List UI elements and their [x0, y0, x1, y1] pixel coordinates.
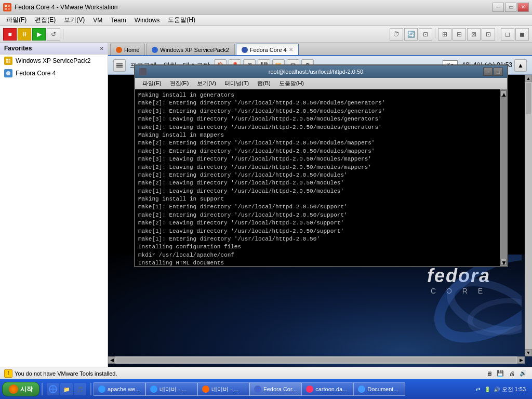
windows-taskbar: 시작 📁 🎵 apache we... 네이버 - ... 네이버 - ... … [0, 379, 532, 399]
vm-toolbar-programs[interactable] [113, 59, 126, 72]
svg-point-12 [426, 255, 522, 354]
toolbar-separator-1 [63, 29, 63, 39]
taskbar-task-fedora[interactable]: Fedora Cor... [249, 382, 301, 396]
tab-label-home: Home [124, 47, 139, 53]
tray-icon-sound[interactable]: 🔊 [493, 385, 501, 393]
terminal-output[interactable]: Making install in generatorsmake[2]: Ent… [135, 89, 500, 266]
favorites-title: Favorites [4, 45, 32, 52]
toolbar-btn-1[interactable]: ⏱ [390, 28, 403, 41]
terminal-menu-tab[interactable]: 탭(B) [253, 78, 275, 88]
status-tray-icon-1[interactable]: 🖥 [484, 369, 494, 378]
taskbar-task-naver2[interactable]: 네이버 - ... [197, 382, 249, 396]
task-label-naver2: 네이버 - ... [211, 385, 238, 393]
terminal-line: make[2]: Entering directory '/usr/local/… [138, 211, 497, 219]
terminal-scroll-down[interactable]: ▼ [500, 259, 507, 265]
status-tray-icon-4[interactable]: 🔊 [518, 369, 528, 378]
power-pause-button[interactable]: ⏸ [18, 28, 31, 41]
favorites-item-winxp[interactable]: Windows XP ServicePack2 [0, 55, 108, 67]
toolbar-btn-6[interactable]: ⊠ [467, 28, 481, 41]
quick-launch-media[interactable]: 🎵 [74, 383, 86, 395]
toolbar-btn-5[interactable]: ⊟ [453, 28, 466, 41]
tab-fedora[interactable]: Fedora Core 4 ✕ [236, 44, 299, 55]
vm-scroll-up[interactable]: ▲ [514, 59, 527, 72]
menu-windows[interactable]: Windows [130, 16, 164, 25]
toolbar-btn-9[interactable]: ◼ [515, 28, 529, 41]
terminal-maximize-button[interactable]: □ [494, 68, 503, 76]
favorites-close-button[interactable]: × [100, 45, 103, 51]
quick-launch-folder[interactable]: 📁 [60, 383, 73, 395]
fedora-swirl-decoration [418, 255, 522, 358]
vmware-status-bar: ! You do not have VMware Tools installed… [0, 367, 532, 379]
terminal-line: mkdir /usr/local/apache/conf [138, 251, 497, 259]
scroll-right-button[interactable]: ▶ [517, 356, 525, 364]
svg-rect-5 [9, 59, 11, 61]
terminal-minimize-button[interactable]: ─ [483, 68, 493, 76]
tab-icon-fedora [242, 47, 248, 53]
power-reset-button[interactable]: ↺ [47, 28, 60, 41]
tab-icon-winxp [152, 47, 158, 53]
terminal-menu-terminal[interactable]: 터미널(T) [220, 78, 253, 88]
task-icon-naver1 [150, 385, 157, 393]
toolbar-btn-8[interactable]: ◻ [501, 28, 514, 41]
restore-button[interactable]: ▭ [505, 3, 516, 12]
taskbar-task-naver1[interactable]: 네이버 - ... [145, 382, 197, 396]
vm-display-area[interactable]: 프로그램 위치 데스크탑 🏠 📍 🖥 💾 📂 ✉ ⚙ Ko 4월 4일 (수) … [108, 56, 532, 374]
menu-help[interactable]: 도움말(H) [164, 15, 200, 25]
horizontal-scrollbar[interactable]: ◀ ▶ [108, 356, 525, 364]
toolbar-separator-2 [435, 28, 435, 38]
terminal-menu-edit[interactable]: 편집(E) [166, 78, 193, 88]
favorites-item-fedora[interactable]: Fedora Core 4 [0, 67, 108, 79]
close-button[interactable]: ✕ [517, 3, 529, 12]
menu-team[interactable]: Team [107, 16, 130, 25]
toolbar-btn-7[interactable]: ⊡ [482, 28, 495, 41]
terminal-menu-file[interactable]: 파일(E) [138, 78, 166, 88]
terminal-line: make[1]: Leaving directory '/usr/local/h… [138, 188, 497, 195]
scroll-left-button[interactable]: ◀ [108, 356, 115, 364]
taskbar-task-document[interactable]: Document... [353, 382, 405, 396]
toolbar-separator-3 [498, 28, 498, 38]
menu-edit[interactable]: 편집(E) [31, 15, 60, 25]
power-play-button[interactable]: ▶ [32, 28, 46, 41]
favorites-label-winxp: Windows XP ServicePack2 [16, 57, 91, 64]
tray-icon-arrows[interactable]: ⇄ [474, 385, 482, 393]
menu-view[interactable]: 보기(V) [60, 15, 89, 25]
menu-vm[interactable]: VM [89, 16, 107, 25]
tab-close-fedora[interactable]: ✕ [289, 47, 293, 52]
terminal-scroll-up[interactable]: ▲ [500, 90, 507, 97]
toolbar-btn-2[interactable]: 🔄 [404, 28, 418, 41]
tab-icon-home [116, 47, 122, 53]
toolbar: ■ ⏸ ▶ ↺ ⏱ 🔄 ⊡ ⊞ ⊟ ⊠ ⊡ ◻ ◼ [0, 26, 532, 43]
scroll-down-button[interactable]: ▼ [525, 349, 532, 356]
status-tray-icon-3[interactable]: 🖨 [507, 369, 516, 378]
terminal-titlebar: root@localhost:/usr/local/httpd-2.0.50 ─… [135, 65, 507, 78]
terminal-line: make[3]: Entering directory '/usr/local/… [138, 148, 497, 155]
terminal-menu-view[interactable]: 보기(V) [193, 78, 220, 88]
start-logo-icon [9, 384, 18, 394]
terminal-menu-help[interactable]: 도움말(H) [275, 78, 308, 88]
scroll-up-button[interactable]: ▲ [525, 75, 532, 82]
tab-winxp[interactable]: Windows XP ServicePack2 [146, 44, 234, 55]
favorites-icon-winxp [4, 57, 12, 65]
taskbar-task-apache[interactable]: apache we... [94, 382, 145, 396]
menu-file[interactable]: 파일(F) [2, 15, 31, 25]
tray-icon-battery[interactable]: 🔋 [483, 385, 491, 393]
favorites-header: Favorites × [0, 43, 108, 55]
minimize-button[interactable]: ─ [493, 3, 504, 12]
toolbar-btn-3[interactable]: ⊡ [419, 28, 432, 41]
vertical-scrollbar[interactable]: ▲ ▼ [525, 75, 532, 356]
terminal-line: make[3]: Entering directory '/usr/local/… [138, 108, 497, 115]
status-tray-icon-2[interactable]: 💾 [496, 369, 505, 378]
terminal-line: make[2]: Entering directory '/usr/local/… [138, 99, 497, 107]
terminal-line: Making install in support [138, 195, 497, 203]
quick-launch-ie[interactable] [47, 383, 59, 395]
warning-text: You do not have VMware Tools installed. [15, 370, 117, 377]
taskbar-separator [42, 383, 43, 395]
terminal-line: make[2]: Leaving directory '/usr/local/h… [138, 219, 497, 227]
task-icon-naver2 [202, 385, 209, 393]
taskbar-task-cartoon[interactable]: cartoon.da... [301, 382, 353, 396]
tab-home[interactable]: Home [110, 44, 145, 55]
power-stop-button[interactable]: ■ [3, 28, 17, 41]
window-controls: ─ ▭ ✕ [493, 3, 529, 12]
start-button[interactable]: 시작 [2, 382, 39, 396]
toolbar-btn-4[interactable]: ⊞ [438, 28, 451, 41]
